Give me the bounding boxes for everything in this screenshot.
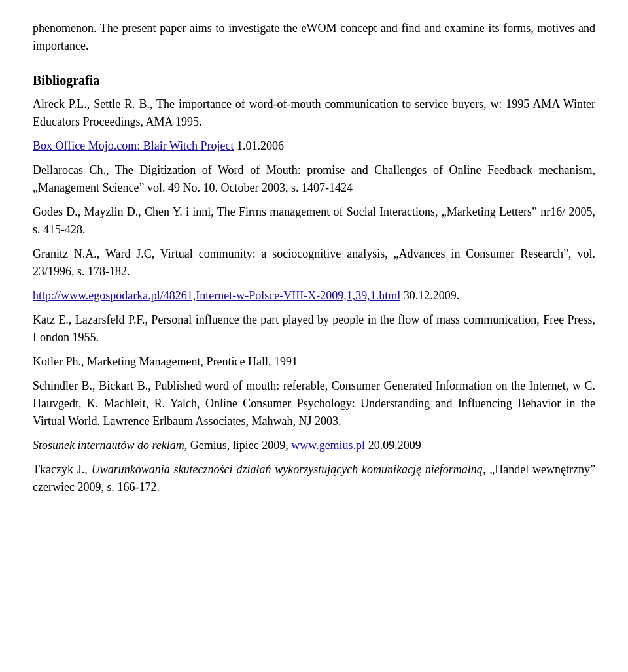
tkaczyk-before: Tkaczyk J.,: [33, 463, 92, 476]
egospodarka-link[interactable]: http://www.egospodarka.pl/48261,Internet…: [33, 289, 400, 302]
tkaczyk-italic: Uwarunkowania skuteczności działań wykor…: [92, 463, 483, 476]
bib-egospodarka: http://www.egospodarka.pl/48261,Internet…: [33, 287, 595, 305]
bib-katz: Katz E., Lazarsfeld P.F., Personal influ…: [33, 311, 595, 346]
bib-godes: Godes D., Mayzlin D., Chen Y. i inni, Th…: [33, 203, 595, 239]
gemius-link[interactable]: www.gemius.pl: [291, 439, 365, 452]
egospodarka-date: 30.12.2009.: [400, 289, 459, 302]
bib-kotler: Kotler Ph., Marketing Management, Prenti…: [33, 353, 595, 371]
stosunek-italic: Stosunek internautów do reklam: [33, 439, 184, 452]
bibliography-title: Bibliografia: [33, 71, 595, 90]
bib-stosunek: Stosunek internautów do reklam, Gemius, …: [33, 437, 595, 454]
intro-paragraph: phenomenon. The present paper aims to in…: [33, 20, 595, 55]
stosunek-end: 20.09.2009: [365, 439, 421, 452]
bib-boxoffice: Box Office Mojo.com: Blair Witch Project…: [33, 137, 595, 155]
stosunek-middle: , Gemius, lipiec 2009,: [184, 439, 291, 452]
bib-tkaczyk: Tkaczyk J., Uwarunkowania skuteczności d…: [33, 461, 595, 496]
bib-alreck: Alreck P.L., Settle R. B., The importanc…: [33, 95, 595, 131]
bib-granitz: Granitz N.A., Ward J.C, Virtual communit…: [33, 245, 595, 280]
box-office-link[interactable]: Box Office Mojo.com: Blair Witch Project: [33, 139, 234, 152]
bib-dellarocas: Dellarocas Ch., The Digitization of Word…: [33, 161, 595, 197]
bib-schindler: Schindler B., Bickart B., Published word…: [33, 377, 595, 430]
